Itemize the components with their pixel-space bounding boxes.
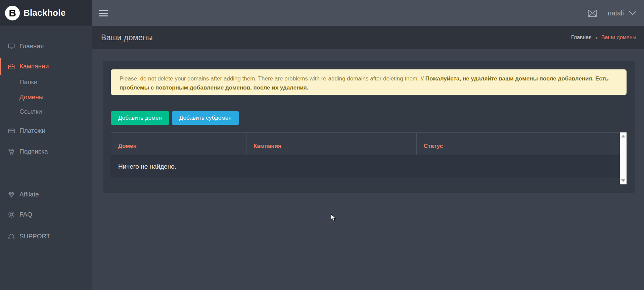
- button-row: Добавить домен Добавить субдомен: [111, 111, 627, 125]
- page-title: Ваши домены: [101, 33, 153, 42]
- sidebar-item-label: Кампании: [19, 63, 49, 70]
- sidebar-item-label: SUPPORT: [19, 233, 50, 240]
- breadcrumb-separator: >: [595, 35, 598, 41]
- alert-separator: //: [420, 75, 425, 82]
- monitor-icon: [8, 43, 15, 50]
- sidebar-item-domains[interactable]: Домены: [0, 91, 92, 104]
- sidebar-item-label: Affilate: [19, 191, 39, 198]
- sidebar-item-label: Ссылки: [19, 108, 42, 115]
- column-header-campaign: Кампания: [246, 133, 417, 155]
- sidebar-item-label: Подписка: [19, 148, 48, 155]
- topnav-right: natali: [588, 0, 637, 26]
- app-root: B Blackhole Главная Кампании Папки Домен…: [0, 0, 644, 290]
- sidebar-item-faq[interactable]: FAQ: [0, 208, 92, 221]
- credit-card-icon: [8, 127, 15, 134]
- sidebar-item-label: Главная: [19, 43, 44, 50]
- briefcase-icon: [8, 63, 15, 70]
- sidebar-item-support[interactable]: SUPPORT: [0, 230, 92, 243]
- domains-table-wrap: Домен Кампания Статус Ничего не найдено.: [111, 132, 627, 184]
- alert-text-en: Please, do not delete your domains after…: [120, 75, 420, 82]
- domains-table: Домен Кампания Статус Ничего не найдено.: [111, 132, 620, 178]
- page-header: Ваши домены Главная > Ваши домены: [92, 26, 644, 49]
- cart-plus-icon: [8, 148, 15, 155]
- brand-name: Blackhole: [24, 8, 66, 18]
- sidebar-item-home[interactable]: Главная: [0, 40, 92, 53]
- sidebar-item-links[interactable]: Ссылки: [0, 105, 92, 118]
- user-menu[interactable]: natali: [608, 9, 637, 17]
- sidebar-item-label: FAQ: [19, 211, 32, 218]
- sidebar-item-folders[interactable]: Папки: [0, 75, 92, 89]
- breadcrumb: Главная > Ваши домены: [571, 35, 636, 41]
- column-header-actions: [559, 133, 620, 155]
- empty-table-message: Ничего не найдено.: [111, 155, 620, 178]
- breadcrumb-home-link[interactable]: Главная: [571, 35, 592, 41]
- warning-alert: Please, do not delete your domains after…: [111, 69, 627, 95]
- sidebar-item-label: Папки: [19, 78, 37, 86]
- sidebar-item-campaigns[interactable]: Кампании: [0, 60, 92, 73]
- breadcrumb-current: Ваши домены: [601, 35, 636, 41]
- brand-logo-icon: B: [5, 6, 20, 20]
- scroll-down-arrow-icon[interactable]: [621, 179, 625, 182]
- content-card: Please, do not delete your domains after…: [103, 61, 635, 193]
- table-header-row: Домен Кампания Статус: [111, 133, 620, 155]
- diamond-icon: [8, 191, 15, 198]
- add-domain-button[interactable]: Добавить домен: [111, 111, 169, 125]
- headphones-icon: [8, 233, 15, 240]
- mouse-cursor: [330, 214, 338, 222]
- mail-icon[interactable]: [588, 10, 597, 17]
- hamburger-icon[interactable]: [99, 8, 108, 18]
- scroll-up-arrow-icon[interactable]: [621, 135, 625, 137]
- brand-logo[interactable]: B Blackhole: [0, 0, 92, 26]
- sidebar-item-label: Домены: [19, 94, 43, 101]
- sidebar: B Blackhole Главная Кампании Папки Домен…: [0, 0, 92, 290]
- sidebar-item-affiliate[interactable]: Affilate: [0, 188, 92, 201]
- table-row: Ничего не найдено.: [111, 155, 620, 178]
- sidebar-item-label: Платежи: [19, 127, 45, 134]
- sidebar-item-payments[interactable]: Платежи: [0, 124, 92, 137]
- chevron-down-icon: [629, 11, 637, 15]
- lifebuoy-icon: [8, 211, 15, 218]
- table-scrollbar[interactable]: [620, 132, 627, 184]
- column-header-domain: Домен: [111, 133, 246, 155]
- column-header-status: Статус: [417, 133, 559, 155]
- sidebar-item-subscription[interactable]: Подписка: [0, 145, 92, 158]
- top-navbar: natali: [92, 0, 644, 26]
- username: natali: [608, 9, 624, 17]
- add-subdomain-button[interactable]: Добавить субдомен: [172, 111, 239, 125]
